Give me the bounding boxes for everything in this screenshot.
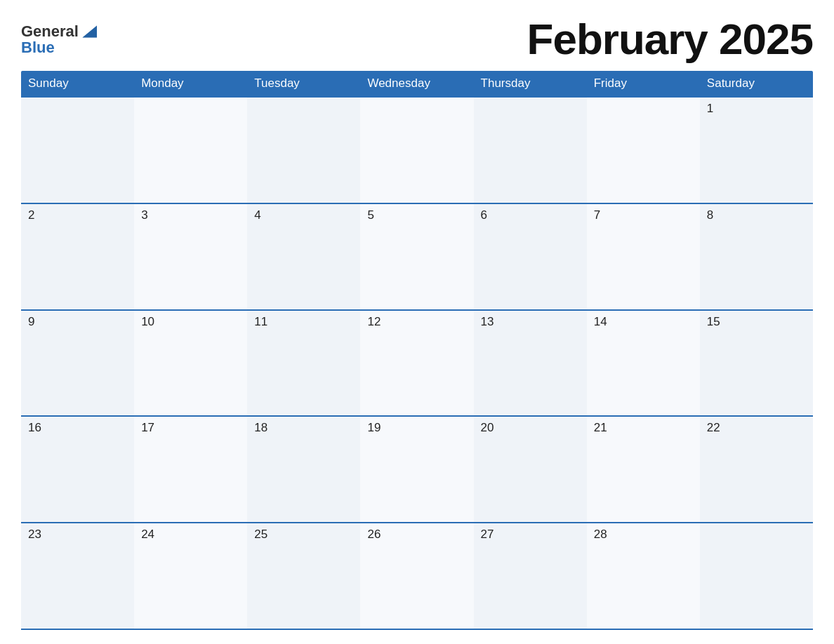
day-number: 17 <box>141 421 240 435</box>
logo-general-text: General <box>21 24 79 39</box>
day-number: 10 <box>141 315 240 329</box>
day-number: 25 <box>254 528 353 542</box>
table-row: 9 <box>21 311 134 416</box>
calendar: Sunday Monday Tuesday Wednesday Thursday… <box>21 71 813 630</box>
table-row: 16 <box>21 417 134 522</box>
table-row: 18 <box>247 417 360 522</box>
table-row: 21 <box>587 417 700 522</box>
calendar-body: 1234567891011121314151617181920212223242… <box>21 96 813 630</box>
table-row: 25 <box>247 523 360 629</box>
table-row: 24 <box>134 523 247 629</box>
table-row: 8 <box>700 204 813 309</box>
table-row: 28 <box>587 523 700 629</box>
calendar-week-1: 1 <box>21 96 813 203</box>
table-row: 27 <box>474 523 587 629</box>
day-number: 13 <box>481 315 580 329</box>
table-row: 6 <box>474 204 587 309</box>
header-tuesday: Tuesday <box>247 71 360 96</box>
day-number: 23 <box>28 528 127 542</box>
logo-blue-text: Blue <box>21 40 55 55</box>
table-row <box>360 98 473 203</box>
page-header: General Blue February 2025 <box>21 14 813 64</box>
day-number: 20 <box>481 421 580 435</box>
table-row: 14 <box>587 311 700 416</box>
table-row <box>700 523 813 629</box>
table-row <box>134 98 247 203</box>
table-row: 3 <box>134 204 247 309</box>
day-number: 22 <box>707 421 806 435</box>
table-row: 5 <box>360 204 473 309</box>
day-number: 2 <box>28 208 127 222</box>
day-number: 21 <box>594 421 693 435</box>
table-row: 10 <box>134 311 247 416</box>
calendar-header: Sunday Monday Tuesday Wednesday Thursday… <box>21 71 813 96</box>
table-row: 2 <box>21 204 134 309</box>
header-sunday: Sunday <box>21 71 134 96</box>
calendar-week-3: 9101112131415 <box>21 309 813 416</box>
table-row <box>247 98 360 203</box>
table-row: 17 <box>134 417 247 522</box>
table-row: 12 <box>360 311 473 416</box>
day-number: 9 <box>28 315 127 329</box>
table-row <box>21 98 134 203</box>
day-number: 26 <box>367 528 466 542</box>
header-wednesday: Wednesday <box>360 71 473 96</box>
day-number: 15 <box>707 315 806 329</box>
day-number: 11 <box>254 315 353 329</box>
logo: General Blue <box>21 23 97 55</box>
day-number: 18 <box>254 421 353 435</box>
day-number: 14 <box>594 315 693 329</box>
day-number: 5 <box>367 208 466 222</box>
table-row <box>587 98 700 203</box>
table-row: 22 <box>700 417 813 522</box>
header-monday: Monday <box>134 71 247 96</box>
calendar-week-5: 232425262728 <box>21 522 813 630</box>
header-saturday: Saturday <box>700 71 813 96</box>
logo-icon <box>80 23 97 40</box>
table-row: 19 <box>360 417 473 522</box>
svg-marker-1 <box>82 25 97 37</box>
table-row: 11 <box>247 311 360 416</box>
page-title: February 2025 <box>527 14 813 64</box>
table-row: 7 <box>587 204 700 309</box>
table-row: 1 <box>700 98 813 203</box>
day-number: 3 <box>141 208 240 222</box>
day-number: 12 <box>367 315 466 329</box>
day-number: 8 <box>707 208 806 222</box>
page: General Blue February 2025 Sunday Monday… <box>0 0 834 644</box>
calendar-week-2: 2345678 <box>21 203 813 309</box>
day-number: 16 <box>28 421 127 435</box>
day-number: 1 <box>707 102 806 116</box>
day-number: 28 <box>594 528 693 542</box>
day-number: 24 <box>141 528 240 542</box>
table-row: 26 <box>360 523 473 629</box>
day-number: 4 <box>254 208 353 222</box>
day-number: 6 <box>481 208 580 222</box>
table-row: 15 <box>700 311 813 416</box>
day-number: 7 <box>594 208 693 222</box>
header-friday: Friday <box>587 71 700 96</box>
day-number: 19 <box>367 421 466 435</box>
table-row: 23 <box>21 523 134 629</box>
table-row <box>474 98 587 203</box>
header-thursday: Thursday <box>474 71 587 96</box>
table-row: 4 <box>247 204 360 309</box>
table-row: 20 <box>474 417 587 522</box>
day-number: 27 <box>481 528 580 542</box>
calendar-week-4: 16171819202122 <box>21 415 813 522</box>
table-row: 13 <box>474 311 587 416</box>
